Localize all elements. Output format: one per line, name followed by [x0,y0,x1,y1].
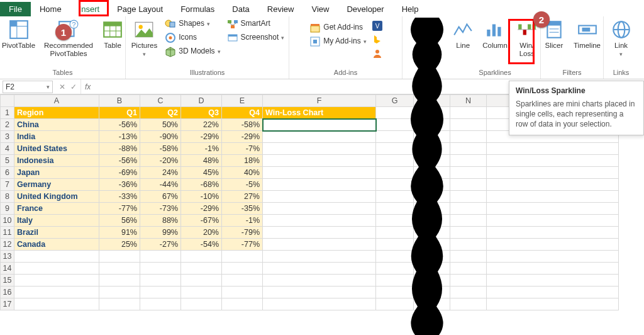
cell-d16[interactable] [181,287,222,298]
tab-review[interactable]: Review [258,2,303,16]
cell-e9[interactable]: -35% [222,203,263,215]
cell-e13[interactable] [222,251,263,263]
cell-b11[interactable]: 91% [99,227,140,239]
shapes-button[interactable]: Shapes [164,18,221,30]
fx-label[interactable]: fx [81,82,94,91]
cell-f6[interactable] [263,167,376,179]
tab-home[interactable]: Home [31,2,70,16]
cell-b17[interactable] [99,298,140,310]
cell-g14[interactable] [376,263,414,275]
cell-e14[interactable] [222,263,263,275]
cell-g10[interactable] [376,215,414,227]
cell-f4[interactable] [263,143,376,155]
sparkline-line-button[interactable]: Line [450,18,476,51]
row-header[interactable]: 4 [1,143,14,155]
cell-b2[interactable]: -56% [99,119,140,131]
cell-m13[interactable] [414,251,450,263]
cell-d8[interactable]: -10% [181,191,222,203]
3d-models-button[interactable]: 3D Models [164,45,221,58]
cell-g11[interactable] [376,227,414,239]
cell-e6[interactable]: 40% [222,167,263,179]
screenshot-button[interactable]: Screenshot [226,31,286,44]
cell-d3[interactable]: -29% [181,131,222,143]
cell-n5[interactable] [450,155,487,167]
cell-a17[interactable] [14,298,99,310]
row-header[interactable]: 13 [1,251,14,263]
cell-m6[interactable] [414,167,450,179]
cell-g15[interactable] [376,275,414,287]
tab-insert[interactable]: Insert [70,2,109,16]
cell-blank11[interactable] [487,227,619,239]
cell-n15[interactable] [450,275,487,287]
cell-d4[interactable]: -1% [181,143,222,155]
cell-d7[interactable]: -68% [181,179,222,191]
cell-m7[interactable] [414,179,450,191]
cell-e15[interactable] [222,275,263,287]
cell-c15[interactable] [140,275,181,287]
cell-blank6[interactable] [487,167,619,179]
cell-d2[interactable]: 22% [181,119,222,131]
tab-data[interactable]: Data [223,2,258,16]
people-icon[interactable] [372,48,383,59]
icons-button[interactable]: Icons [164,31,221,44]
cell-n2[interactable] [450,119,487,131]
cell-e12[interactable]: -77% [222,239,263,251]
cell-c5[interactable]: -20% [140,155,181,167]
cell-a12[interactable]: Canada [14,239,99,251]
cell-e16[interactable] [222,287,263,298]
cell-blank14[interactable] [487,263,619,275]
cell-blank10[interactable] [487,215,619,227]
cell-m4[interactable] [414,143,450,155]
row-header[interactable]: 15 [1,275,14,287]
cell-m10[interactable] [414,215,450,227]
cell-m3[interactable] [414,131,450,143]
cell-a9[interactable]: France [14,203,99,215]
cell-n9[interactable] [450,203,487,215]
cell-b9[interactable]: -77% [99,203,140,215]
cell-f15[interactable] [263,275,376,287]
cell-d17[interactable] [181,298,222,310]
cell-c13[interactable] [140,251,181,263]
cell-d15[interactable] [181,275,222,287]
cell-b7[interactable]: -36% [99,179,140,191]
cell-a13[interactable] [14,251,99,263]
cell-n1[interactable] [450,107,487,119]
cell-c1[interactable]: Q2 [140,107,181,119]
cell-c17[interactable] [140,298,181,310]
cell-g2[interactable] [376,119,414,131]
cell-c9[interactable]: -73% [140,203,181,215]
cell-f1[interactable]: Win-Loss Chart [263,107,376,119]
col-header-c[interactable]: C [140,95,181,107]
cell-a2[interactable]: China [14,119,99,131]
cell-blank12[interactable] [487,239,619,251]
cell-n16[interactable] [450,287,487,298]
cell-m9[interactable] [414,203,450,215]
formula-enter-icon[interactable]: ✓ [70,82,77,91]
cell-n12[interactable] [450,239,487,251]
tab-page-layout[interactable]: Page Layout [108,2,172,16]
row-header[interactable]: 5 [1,155,14,167]
smartart-button[interactable]: SmartArt [226,18,286,30]
cell-g5[interactable] [376,155,414,167]
bing-icon[interactable] [372,34,383,45]
visio-icon[interactable]: V [372,20,383,31]
cell-a16[interactable] [14,287,99,298]
col-header-g[interactable]: G [376,95,414,107]
cell-e3[interactable]: -29% [222,131,263,143]
row-header[interactable]: 3 [1,131,14,143]
get-addins-button[interactable]: Get Add-ins [308,21,367,34]
cell-f12[interactable] [263,239,376,251]
cell-m12[interactable] [414,239,450,251]
cell-g4[interactable] [376,143,414,155]
cell-c10[interactable]: 88% [140,215,181,227]
cell-g8[interactable] [376,191,414,203]
formula-cancel-icon[interactable]: ✕ [59,82,65,91]
cell-g3[interactable] [376,131,414,143]
cell-a11[interactable]: Brazil [14,227,99,239]
select-all-corner[interactable] [1,95,14,107]
cell-m2[interactable] [414,119,450,131]
cell-e10[interactable]: -1% [222,215,263,227]
tab-developer[interactable]: Developer [338,2,392,16]
cell-f14[interactable] [263,263,376,275]
cell-d14[interactable] [181,263,222,275]
